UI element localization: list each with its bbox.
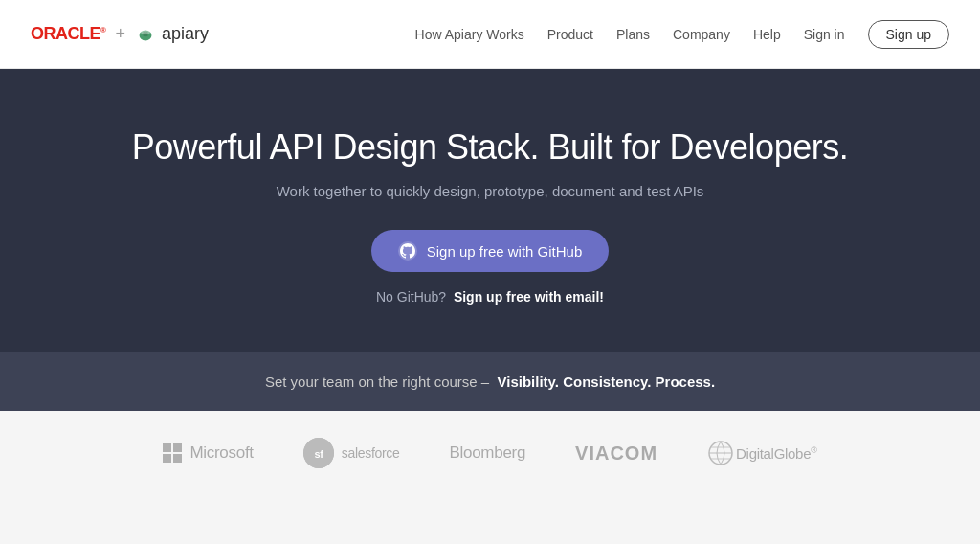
microsoft-grid-icon <box>163 443 182 463</box>
github-icon <box>398 241 417 261</box>
tagline-band: Set your team on the right course – Visi… <box>0 352 980 411</box>
svg-point-3 <box>143 34 148 36</box>
salesforce-logo: sf salesforce <box>303 438 400 468</box>
apiary-bee-icon <box>135 24 156 45</box>
svg-text:sf: sf <box>314 448 323 460</box>
microsoft-label: Microsoft <box>189 443 253 463</box>
github-signup-label: Sign up free with GitHub <box>427 243 583 260</box>
tagline-emphasis: Visibility. Consistency. Process. <box>498 374 716 390</box>
svg-point-4 <box>143 31 148 34</box>
digitalglobe-icon <box>707 440 734 466</box>
no-github-prefix: No GitHub? <box>376 289 446 305</box>
logo-area: ORACLE® + apiary <box>31 24 209 45</box>
signin-link[interactable]: Sign in <box>804 27 845 42</box>
hero-title: Powerful API Design Stack. Built for Dev… <box>132 126 848 168</box>
logos-band: Microsoft sf salesforce Bloomberg VIACOM… <box>0 411 980 495</box>
digitalglobe-logo: DigitalGlobe® <box>707 440 816 466</box>
bloomberg-logo: Bloomberg <box>450 443 526 463</box>
nav-plans[interactable]: Plans <box>616 27 650 42</box>
tagline-text: Set your team on the right course – Visi… <box>31 374 949 390</box>
hero-section: Powerful API Design Stack. Built for Dev… <box>0 69 980 352</box>
logo-plus: + <box>115 24 125 44</box>
github-signup-button[interactable]: Sign up free with GitHub <box>371 230 610 272</box>
oracle-trademark: ® <box>100 26 105 34</box>
header: ORACLE® + apiary How Apiary Works Produc… <box>0 0 980 69</box>
viacom-label: VIACOM <box>575 442 657 465</box>
no-github-text: No GitHub? Sign up free with email! <box>376 289 604 305</box>
nav-how-apiary-works[interactable]: How Apiary Works <box>415 27 524 42</box>
nav-company[interactable]: Company <box>673 27 730 42</box>
salesforce-label: salesforce <box>342 445 400 461</box>
salesforce-icon: sf <box>303 438 334 468</box>
signup-button[interactable]: Sign up <box>868 20 949 49</box>
bloomberg-label: Bloomberg <box>450 443 526 463</box>
main-nav: How Apiary Works Product Plans Company H… <box>415 20 949 49</box>
microsoft-logo: Microsoft <box>163 443 253 463</box>
email-signup-link[interactable]: Sign up free with email! <box>454 289 604 305</box>
digitalglobe-label: DigitalGlobe® <box>736 445 816 462</box>
viacom-logo: VIACOM <box>575 442 657 465</box>
nav-product[interactable]: Product <box>547 27 593 42</box>
tagline-prefix: Set your team on the right course – <box>265 374 489 390</box>
hero-subtitle: Work together to quickly design, prototy… <box>277 183 704 199</box>
oracle-logo: ORACLE® <box>31 24 105 44</box>
apiary-label: apiary <box>162 24 209 44</box>
nav-help[interactable]: Help <box>753 27 781 42</box>
